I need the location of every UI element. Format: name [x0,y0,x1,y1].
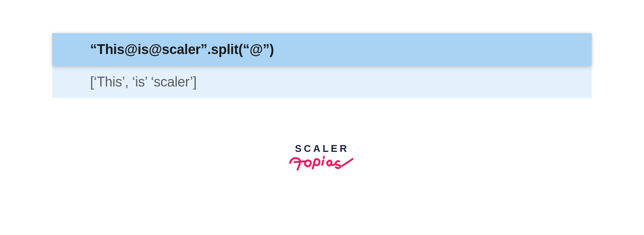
code-output-block: [‘This’, ‘is’ ‘scaler’] [52,66,592,98]
code-input-block: “This@is@scaler”.split(“@”) [52,33,592,66]
scaler-topics-logo: SCALER [286,143,358,174]
code-output-text: [‘This’, ‘is’ ‘scaler’] [90,74,554,90]
code-input-text: “This@is@scaler”.split(“@”) [90,42,554,57]
topics-script-icon [286,152,358,174]
logo-line-topics [286,152,358,174]
code-example-container: “This@is@scaler”.split(“@”) [‘This’, ‘is… [52,33,592,98]
